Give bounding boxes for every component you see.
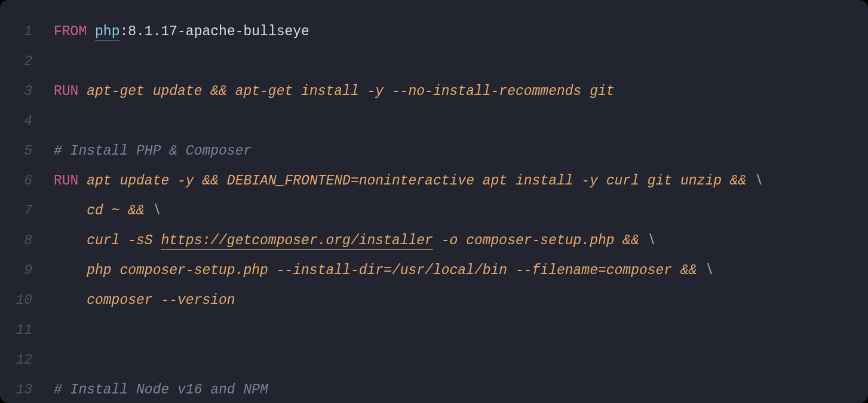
line-number: 9 bbox=[0, 256, 54, 285]
code-content[interactable]: RUN apt-get update && apt-get install -y… bbox=[54, 76, 868, 106]
code-token: composer --version bbox=[54, 293, 235, 308]
code-token: \ bbox=[754, 173, 763, 189]
code-line[interactable]: 5# Install PHP & Composer bbox=[0, 136, 868, 166]
line-number: 2 bbox=[0, 47, 54, 76]
line-number: 11 bbox=[0, 315, 54, 345]
code-line[interactable]: 2 bbox=[0, 47, 868, 76]
code-token: apt-get update && apt-get install -y --n… bbox=[78, 84, 614, 99]
code-content[interactable]: RUN apt update -y && DEBIAN_FRONTEND=non… bbox=[54, 166, 868, 196]
code-token: https://getcomposer.org/installer bbox=[161, 233, 433, 250]
line-number: 1 bbox=[0, 17, 54, 47]
code-line[interactable]: 8 curl -sS https://getcomposer.org/insta… bbox=[0, 226, 868, 256]
code-token: FROM bbox=[54, 24, 87, 39]
code-token: \ bbox=[648, 233, 656, 248]
code-line[interactable]: 3RUN apt-get update && apt-get install -… bbox=[0, 76, 868, 106]
line-number: 5 bbox=[0, 136, 54, 166]
line-number: 12 bbox=[0, 345, 54, 375]
line-number: 8 bbox=[0, 226, 54, 256]
line-number: 4 bbox=[0, 106, 54, 136]
code-line[interactable]: 1FROM php:8.1.17-apache-bullseye bbox=[0, 17, 868, 47]
code-content[interactable]: cd ~ && \ bbox=[54, 196, 868, 226]
code-line[interactable]: 4 bbox=[0, 106, 868, 136]
code-content[interactable]: php composer-setup.php --install-dir=/us… bbox=[54, 256, 868, 285]
code-content[interactable]: # Install PHP & Composer bbox=[54, 136, 868, 166]
code-token: RUN bbox=[54, 173, 78, 189]
code-token: # Install Node v16 and NPM bbox=[54, 382, 268, 398]
code-editor[interactable]: 1FROM php:8.1.17-apache-bullseye23RUN ap… bbox=[0, 0, 868, 403]
code-line[interactable]: 12 bbox=[0, 345, 868, 375]
code-content[interactable]: FROM php:8.1.17-apache-bullseye bbox=[54, 17, 868, 47]
code-token: -o composer-setup.php && bbox=[433, 233, 648, 248]
code-line[interactable]: 11 bbox=[0, 315, 868, 345]
code-token: cd ~ && bbox=[54, 203, 153, 219]
code-content[interactable]: composer --version bbox=[54, 285, 868, 315]
line-number: 6 bbox=[0, 166, 54, 196]
code-line[interactable]: 6RUN apt update -y && DEBIAN_FRONTEND=no… bbox=[0, 166, 868, 196]
code-token: \ bbox=[705, 263, 713, 278]
code-token bbox=[87, 24, 95, 39]
code-token: php composer-setup.php --install-dir=/us… bbox=[54, 263, 705, 278]
code-token: RUN bbox=[54, 84, 78, 99]
code-token: curl -sS bbox=[54, 233, 161, 248]
code-line[interactable]: 7 cd ~ && \ bbox=[0, 196, 868, 226]
code-line[interactable]: 10 composer --version bbox=[0, 285, 868, 315]
line-number: 7 bbox=[0, 196, 54, 226]
code-token: apt update -y && DEBIAN_FRONTEND=noninte… bbox=[78, 173, 754, 189]
code-content[interactable]: curl -sS https://getcomposer.org/install… bbox=[54, 226, 868, 256]
code-line[interactable]: 13# Install Node v16 and NPM bbox=[0, 375, 868, 403]
line-number: 3 bbox=[0, 76, 54, 106]
code-content[interactable]: # Install Node v16 and NPM bbox=[54, 375, 868, 403]
code-token: # Install PHP & Composer bbox=[54, 143, 251, 159]
code-line[interactable]: 9 php composer-setup.php --install-dir=/… bbox=[0, 256, 868, 285]
line-number: 10 bbox=[0, 285, 54, 315]
code-token: php bbox=[95, 24, 119, 41]
code-token: :8.1.17-apache-bullseye bbox=[119, 24, 309, 39]
line-number: 13 bbox=[0, 375, 54, 403]
code-token: \ bbox=[153, 203, 161, 219]
